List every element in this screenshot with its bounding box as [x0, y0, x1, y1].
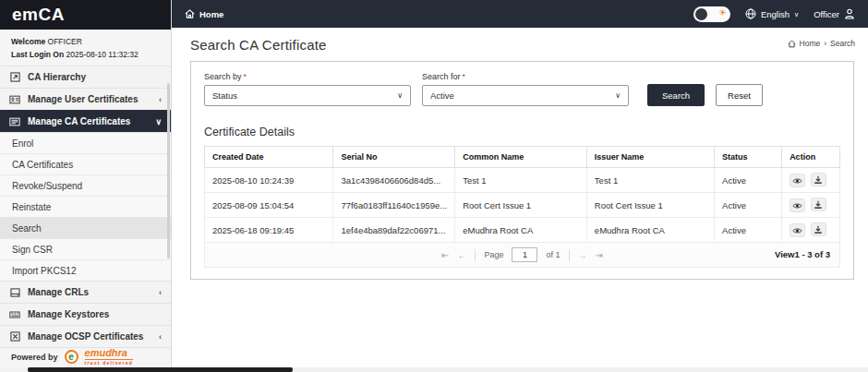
cell-action [782, 193, 840, 218]
sidebar-item-label: Manage OCSP Certificates [28, 331, 143, 342]
main-content: Search CA Certificate Home › Search Sear… [172, 28, 868, 372]
download-certificate-button[interactable] [811, 222, 826, 236]
select-caret-icon: ∨ [397, 91, 403, 100]
home-label: Home [199, 9, 223, 19]
sidebar-item-manage-ocsp-certificates[interactable]: Manage OCSP Certificates ‹ [0, 325, 171, 347]
search-panel: Search by* Status ∨ Search for* Active ∨… [190, 61, 854, 280]
reset-button[interactable]: Reset [716, 84, 763, 106]
view-certificate-button[interactable] [790, 198, 805, 212]
next-page-button[interactable]: → [578, 250, 587, 260]
search-for-label: Search for* [422, 72, 629, 81]
ocsp-icon [9, 331, 20, 342]
sidebar-subitem-reinstate[interactable]: Reinstate [0, 196, 171, 217]
sidebar-subitem-enrol[interactable]: Enrol [0, 132, 171, 153]
welcome-label: Welcome [11, 37, 45, 46]
download-certificate-button[interactable] [811, 198, 826, 211]
globe-icon [745, 8, 756, 19]
sidebar-scrollbar-thumb[interactable] [167, 83, 170, 258]
last-page-button[interactable]: ⇥ [596, 250, 603, 260]
table-row: 2025-08-09 15:04:54 77f6a0183ff11640c195… [205, 193, 840, 218]
col-issuer-name: Issuer Name [586, 147, 714, 168]
sun-icon: ☀ [718, 7, 727, 18]
search-by-select[interactable]: Status ∨ [204, 85, 411, 106]
user-icon [844, 8, 855, 19]
topbar: Home ☀ English ∨ Officer [172, 0, 868, 28]
pager-divider [475, 249, 476, 261]
page-number-input[interactable] [512, 247, 537, 262]
sidebar-item-manage-crls[interactable]: Manage CRLs ‹ [0, 281, 171, 303]
cell-status: Active [715, 218, 782, 243]
home-icon [185, 9, 195, 18]
cell-serial-no: 3a1c4398406606d84d5... [333, 168, 455, 193]
emudhra-logo-icon: e [65, 350, 78, 364]
cell-issuer-name: Root Cert Issue 1 [586, 193, 714, 218]
view-certificate-button[interactable] [790, 174, 805, 187]
table-row: 2025-06-18 09:19:45 1ef4e4ba89daf22c0697… [205, 218, 840, 243]
sidebar-subitem-label: Search [12, 223, 42, 234]
sidebar-subitem-import-pkcs12[interactable]: Import PKCS12 [0, 259, 171, 281]
breadcrumb-home[interactable]: Home [800, 39, 821, 48]
sidebar-item-manage-keystores[interactable]: Manage Keystores [0, 303, 171, 325]
search-by-value: Status [212, 90, 237, 101]
sidebar-item-label: Manage CRLs [28, 287, 89, 297]
sidebar-item-manage-user-certificates[interactable]: Manage User Certificates ‹ [0, 88, 171, 110]
page-label: Page [484, 250, 503, 259]
sidebar-subitem-label: Revoke/Suspend [12, 181, 82, 191]
sidebar-item-label: Manage Keystores [28, 309, 109, 319]
col-common-name: Common Name [455, 147, 587, 168]
last-login-label: Last Login On [11, 50, 64, 59]
sidebar-subitem-label: Sign CSR [12, 245, 53, 255]
cell-serial-no: 77f6a0183ff11640c1959e... [333, 193, 455, 218]
sidebar-menu: CA Hierarchy Manage User Certificates ‹ … [0, 66, 171, 353]
chevron-left-icon: ‹ [159, 288, 162, 297]
table-row: 2025-08-10 10:24:39 3a1c4398406606d84d5.… [205, 168, 840, 193]
certificate-table: Created Date Serial No Common Name Issue… [204, 146, 840, 243]
search-for-select[interactable]: Active ∨ [422, 85, 629, 106]
keystore-icon [9, 309, 20, 320]
sidebar-subitem-search[interactable]: Search [0, 217, 171, 238]
first-page-button[interactable]: ⇤ [441, 250, 449, 260]
sidebar-subitem-revoke-suspend[interactable]: Revoke/Suspend [0, 174, 171, 196]
sidebar-subitem-label: CA Certificates [12, 160, 73, 170]
col-serial-no: Serial No [333, 147, 455, 168]
brand-tagline: trust delivered [85, 359, 133, 366]
sidebar-subitem-label: Enrol [12, 138, 33, 149]
previous-page-button[interactable]: ← [457, 250, 466, 260]
home-nav[interactable]: Home [185, 9, 223, 19]
welcome-block: Welcome OFFICER Last Login On 2025-08-10… [0, 30, 171, 66]
cell-issuer-name: eMudhra Root CA [586, 218, 714, 243]
cell-created-date: 2025-08-09 15:04:54 [205, 193, 333, 218]
pagination-bar: ⇤ ← Page of 1 → ⇥ View1 - 3 of 3 [204, 243, 840, 268]
download-certificate-button[interactable] [811, 173, 826, 186]
sidebar-subitem-label: Import PKCS12 [12, 266, 76, 276]
sidebar-item-manage-ca-certificates[interactable]: Manage CA Certificates ∨ [0, 110, 171, 132]
certificate-details-title: Certificate Details [204, 126, 840, 138]
id-card-icon [9, 94, 20, 105]
sidebar-subitem-ca-certificates[interactable]: CA Certificates [0, 153, 171, 174]
app-logo: emCA [0, 0, 171, 30]
pager-divider [569, 249, 570, 261]
user-menu[interactable]: Officer [814, 8, 855, 19]
breadcrumb: Home › Search [788, 39, 855, 48]
of-label: of 1 [546, 250, 560, 259]
cell-created-date: 2025-06-18 09:19:45 [205, 218, 333, 243]
col-created-date: Created Date [205, 147, 333, 168]
page-title: Search CA Certificate [190, 37, 868, 53]
theme-toggle[interactable]: ☀ [693, 6, 730, 22]
cell-common-name: Test 1 [455, 168, 587, 193]
language-label: English [761, 9, 790, 19]
required-marker: * [463, 72, 466, 81]
breadcrumb-home-icon [788, 40, 796, 48]
cell-action [782, 168, 840, 193]
search-button[interactable]: Search [647, 84, 705, 106]
cell-status: Active [715, 168, 782, 193]
sidebar-item-ca-hierarchy[interactable]: CA Hierarchy [0, 66, 171, 88]
cell-status: Active [715, 193, 782, 218]
caret-down-icon: ∨ [794, 11, 799, 18]
view-certificate-button[interactable] [790, 223, 805, 237]
language-selector[interactable]: English ∨ [745, 8, 799, 19]
horizontal-scrollbar-thumb[interactable] [28, 367, 293, 372]
brand-name: emudhra [85, 348, 133, 358]
sidebar-subitem-sign-csr[interactable]: Sign CSR [0, 238, 171, 259]
sidebar-item-label: Manage User Certificates [28, 94, 139, 104]
